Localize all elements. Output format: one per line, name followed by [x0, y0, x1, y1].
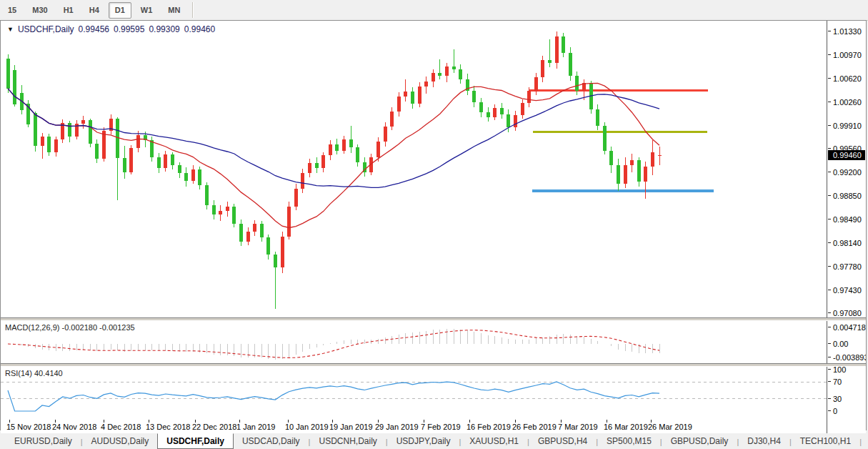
timeframe-button-m30[interactable]: M30 — [26, 2, 54, 19]
time-axis[interactable]: 15 Nov 201824 Nov 20184 Dec 201813 Dec 2… — [1, 420, 827, 434]
date-label: 19 Jan 2019 — [329, 423, 373, 431]
date-label: 16 Mar 2019 — [604, 423, 648, 431]
rsi-tick-label: 30 — [833, 395, 842, 403]
timeframe-button-d1[interactable]: D1 — [109, 2, 131, 19]
chart-tab-audusd-daily[interactable]: AUDUSD,Daily — [83, 434, 158, 449]
rsi-tick-label: 70 — [833, 378, 842, 386]
chart-tab-usdchf-daily[interactable]: USDCHF,Daily — [157, 433, 234, 449]
rsi-tick-label: 0 — [833, 407, 837, 415]
macd-scale[interactable]: 0.0047180.00-0.003893 — [827, 321, 866, 363]
chart-symbol-label: USDCHF,Daily — [18, 24, 74, 34]
rsi-tick-label: 100 — [833, 367, 846, 374]
macd-label: MACD(12,26,9) -0.002180 -0.001235 — [5, 323, 135, 332]
chart-tab-tech100-h1[interactable]: TECH100,H1 — [792, 434, 859, 449]
price-scale[interactable]: 1.013301.009701.006201.002600.999100.995… — [827, 21, 866, 317]
tab-strip: EURUSD,Daily|AUDUSD,DailyUSDCHF,DailyUSD… — [6, 434, 868, 449]
chart-tab-gbpusd-h4[interactable]: GBPUSD,H4 — [529, 434, 596, 449]
chart-tab-sp500-m15[interactable]: SP500,M15 — [598, 434, 660, 449]
timeframe-button-h1[interactable]: H1 — [57, 2, 80, 19]
date-label: 29 Jan 2019 — [375, 423, 419, 431]
date-label: 13 Dec 2018 — [146, 423, 190, 431]
chart-tab-uk[interactable]: UK — [862, 434, 868, 449]
price-tick-label: 0.97430 — [833, 286, 862, 295]
rsi-label: RSI(14) 40.4140 — [5, 369, 63, 378]
chart-tab-xauusd-h1[interactable]: XAUUSD,H1 — [461, 434, 527, 449]
date-label: 7 Mar 2019 — [558, 423, 598, 431]
ohlc-close: 0.99460 — [184, 24, 215, 34]
rsi-pane[interactable]: RSI(14) 40.4140 — [1, 367, 827, 420]
current-price-marker: 0.99460 — [828, 150, 865, 160]
chart-tab-eurusd-daily[interactable]: EURUSD,Daily — [6, 434, 81, 449]
macd-tick-label: -0.003893 — [833, 353, 866, 362]
timeframe-toolbar: 15M30H1H4D1W1MN — [0, 0, 868, 21]
date-label: 7 Feb 2019 — [421, 423, 461, 431]
timeframe-button-15[interactable]: 15 — [1, 2, 23, 19]
price-tick-label: 1.01330 — [833, 27, 862, 36]
price-chart[interactable]: ▼ USDCHF,Daily 0.99456 0.99595 0.99309 0… — [1, 21, 827, 317]
price-tick-label: 1.00620 — [833, 74, 862, 83]
time-axis-corner — [827, 420, 866, 434]
timeframe-button-w1[interactable]: W1 — [134, 2, 159, 19]
date-label: 24 Nov 2018 — [52, 423, 96, 431]
ohlc-low: 0.99309 — [149, 24, 179, 34]
price-tick-label: 1.00260 — [833, 98, 862, 107]
chart-tab-usdcnh-daily[interactable]: USDCNH,Daily — [310, 434, 385, 449]
price-tick-label: 1.00970 — [833, 51, 862, 59]
date-label: 26 Feb 2019 — [512, 423, 557, 431]
price-tick-label: 0.97780 — [833, 262, 862, 271]
date-label: 4 Dec 2018 — [101, 423, 141, 431]
macd-pane[interactable]: MACD(12,26,9) -0.002180 -0.001235 — [1, 321, 827, 363]
macd-value-signal: -0.001235 — [99, 323, 135, 332]
date-label: 15 Nov 2018 — [6, 423, 51, 431]
timeframe-button-mn[interactable]: MN — [161, 2, 186, 19]
macd-tick-label: 0.00 — [833, 340, 848, 348]
rsi-canvas[interactable] — [1, 367, 827, 420]
price-tick-label: 0.98490 — [833, 215, 862, 224]
chart-menu-icon[interactable]: ▼ — [7, 26, 14, 33]
date-label: 1 Jan 2019 — [236, 423, 275, 431]
chart-tab-gbpusd-daily[interactable]: GBPUSD,Daily — [662, 434, 737, 449]
date-label: 10 Jan 2019 — [285, 423, 329, 431]
ohlc-high: 0.99595 — [114, 24, 144, 34]
rsi-scale[interactable]: 10070300 — [827, 367, 866, 420]
date-label: 22 Dec 2018 — [192, 423, 236, 431]
macd-tick-label: 0.004718 — [833, 323, 866, 332]
chart-tab-usdjpy-daily[interactable]: USDJPY,Daily — [388, 434, 459, 449]
macd-value-main: -0.002180 — [61, 323, 97, 332]
date-label: 16 Feb 2019 — [467, 423, 511, 431]
macd-name: MACD(12,26,9) — [5, 323, 59, 332]
price-tick-label: 0.98140 — [833, 239, 862, 247]
timeframe-button-h4[interactable]: H4 — [83, 2, 106, 19]
price-tick-label: 0.99910 — [833, 122, 862, 130]
price-tick-label: 0.97080 — [833, 309, 862, 317]
toolbar-separator — [192, 2, 193, 18]
price-tick-label: 0.99200 — [833, 168, 862, 177]
price-chart-canvas[interactable] — [1, 21, 827, 317]
chart-tab-bar: EURUSD,Daily|AUDUSD,DailyUSDCHF,DailyUSD… — [0, 433, 868, 449]
date-label: 26 Mar 2019 — [648, 423, 692, 431]
ohlc-open: 0.99456 — [79, 24, 109, 34]
chart-tab-usdcad-daily[interactable]: USDCAD,Daily — [234, 434, 309, 449]
chart-window: ▼ USDCHF,Daily 0.99456 0.99595 0.99309 0… — [0, 20, 867, 430]
price-tick-label: 0.98850 — [833, 192, 862, 200]
chart-title: ▼ USDCHF,Daily 0.99456 0.99595 0.99309 0… — [7, 24, 215, 34]
rsi-name: RSI(14) — [5, 369, 32, 378]
rsi-value: 40.4140 — [34, 369, 63, 378]
chart-tab-dj30-h4[interactable]: DJ30,H4 — [739, 434, 789, 449]
